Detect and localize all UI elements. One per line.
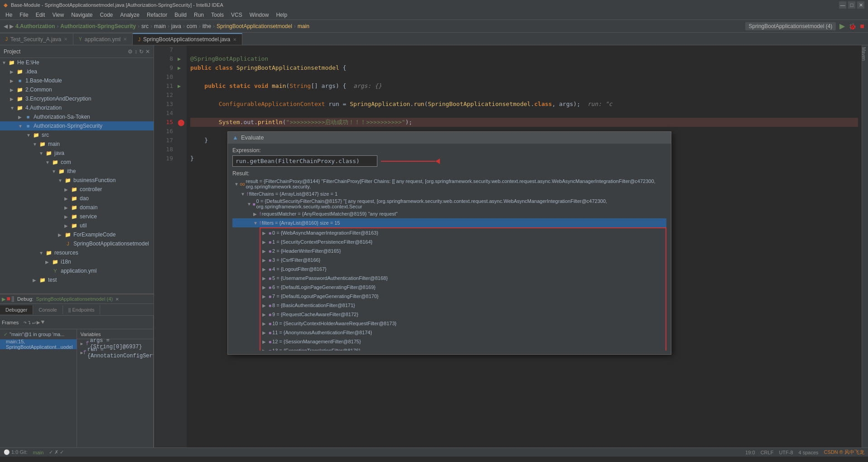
- tree-resources[interactable]: ▼ 📁 resources: [0, 248, 154, 257]
- debug-close-btn[interactable]: ✕: [116, 296, 119, 303]
- menu-view[interactable]: View: [48, 11, 68, 19]
- toolbar-stop[interactable]: ■: [860, 22, 864, 30]
- debug-stop-icon[interactable]: ■: [6, 295, 10, 303]
- nav-forward[interactable]: ▶: [10, 23, 14, 29]
- result-root[interactable]: ▼ oo result = {FilterChainProxy@8144} "F…: [232, 178, 666, 189]
- menu-refactor[interactable]: Refactor: [143, 11, 171, 19]
- menu-vcs[interactable]: VCS: [227, 11, 246, 19]
- nav-src[interactable]: src: [141, 23, 149, 29]
- menu-analyze[interactable]: Analyze: [116, 11, 143, 19]
- tree-spring-security[interactable]: ▼ ■ Authorization-SpringSecurity: [0, 121, 154, 130]
- result-filters-header[interactable]: ▼ f filters = {ArrayList@8160} size = 15: [232, 218, 666, 227]
- tab-main-close[interactable]: ✕: [233, 37, 236, 42]
- tree-business[interactable]: ▼ 📁 businessFunction: [0, 176, 154, 185]
- tree-base-module[interactable]: ▶ ■ 1.Base-Module: [0, 76, 154, 85]
- debug-step-over[interactable]: ↷: [23, 319, 27, 326]
- maximize-button[interactable]: □: [848, 1, 855, 9]
- tree-main[interactable]: ▼ 📁 main: [0, 140, 154, 149]
- code-area[interactable]: @SpringBootApplication public class Spri…: [187, 45, 862, 448]
- maven-tab[interactable]: Maven: [862, 45, 868, 63]
- nav-com[interactable]: com: [187, 23, 197, 29]
- nav-main[interactable]: main: [154, 23, 166, 29]
- filter-3[interactable]: ▶ ■ 3 = {CsrfFilter@8166}: [260, 255, 665, 265]
- nav-authorization[interactable]: 4.Authorization: [15, 23, 55, 29]
- filter-6[interactable]: ▶ ■ 6 = {DefaultLoginPageGeneratingFilte…: [260, 283, 665, 292]
- frame-main-group[interactable]: ✓ "main"@1 in group 'ma...: [0, 329, 77, 339]
- debug-button[interactable]: 🐞: [849, 23, 856, 30]
- tree-i18n[interactable]: ▶ 📁 i18n: [0, 257, 154, 266]
- sidebar-expand-icon[interactable]: ↕: [135, 48, 137, 55]
- frame-main-15[interactable]: main:15, SpringBootApplicationt...uodel: [0, 339, 77, 349]
- tree-authorization[interactable]: ▼ 📁 4.Authorization: [0, 103, 154, 112]
- debug-tab-debugger[interactable]: Debugger: [0, 305, 33, 314]
- tab-test-security[interactable]: J Test_Security_A.java ✕: [0, 33, 73, 45]
- tab-yml-close[interactable]: ✕: [123, 37, 127, 42]
- filter-11[interactable]: ▶ ■ 11 = {AnonymousAuthenticationFilter@…: [260, 328, 665, 337]
- menu-he[interactable]: He: [2, 11, 16, 19]
- sidebar-collapse-icon[interactable]: ↻: [139, 48, 144, 55]
- filter-10[interactable]: ▶ ■ 10 = {SecurityContextHolderAwareRequ…: [260, 319, 665, 328]
- tree-sa-token[interactable]: ▶ ■ Authorization-Sa-Token: [0, 112, 154, 121]
- sidebar-close-icon[interactable]: ✕: [145, 48, 150, 55]
- debug-pause-icon[interactable]: ‖: [11, 296, 14, 303]
- menu-window[interactable]: Window: [246, 11, 273, 19]
- tree-forexample[interactable]: ▶ 📁 ForExampleCode: [0, 230, 154, 239]
- tree-encryption[interactable]: ▶ 📁 3.EncryptionAndDecryption: [0, 94, 154, 103]
- tree-domain[interactable]: ▶ 📁 domain: [0, 203, 154, 212]
- tree-java[interactable]: ▼ 📁 java: [0, 149, 154, 158]
- nav-method[interactable]: main: [298, 23, 309, 29]
- run-gutter-8[interactable]: ▶: [178, 56, 181, 63]
- run-button[interactable]: ▶: [839, 22, 845, 30]
- tree-test[interactable]: ▶ 📁 test: [0, 275, 154, 284]
- tree-root[interactable]: ▼ 📁 He E:\He: [0, 58, 154, 67]
- menu-navigate[interactable]: Navigate: [68, 11, 96, 19]
- debug-step-out[interactable]: ↵: [32, 319, 36, 326]
- menu-run[interactable]: Run: [190, 11, 207, 19]
- menu-edit[interactable]: Edit: [32, 11, 49, 19]
- nav-java[interactable]: java: [171, 23, 181, 29]
- menu-code[interactable]: Code: [96, 11, 117, 19]
- filter-12[interactable]: ▶ ■ 12 = {SessionManagementFilter@8175}: [260, 337, 665, 346]
- tree-common[interactable]: ▶ 📁 2.Common: [0, 85, 154, 94]
- filter-13[interactable]: ▶ ■ 13 = {ExceptionTranslationFilter@817…: [260, 346, 665, 351]
- menu-help[interactable]: Help: [272, 11, 291, 19]
- var-run[interactable]: ▶ f run = {AnnotationConfigServletWebSer…: [77, 348, 154, 357]
- result-el0[interactable]: ▼ ■ 0 = {DefaultSecurityFilterChain@8157…: [232, 198, 666, 209]
- tab-test-security-close[interactable]: ✕: [64, 37, 68, 42]
- tree-util[interactable]: ▶ 📁 util: [0, 221, 154, 230]
- filter-7[interactable]: ▶ ■ 7 = {DefaultLogoutPageGeneratingFilt…: [260, 292, 665, 301]
- debug-tab-endpoints[interactable]: || Endpoints: [63, 305, 101, 314]
- tree-dao[interactable]: ▶ 📁 dao: [0, 194, 154, 203]
- filter-0[interactable]: ▶ ■ 0 = {WebAsyncManagerIntegrationFilte…: [260, 228, 665, 237]
- tree-springbootapp[interactable]: J SpringBootApplicationsetmodel: [0, 239, 154, 248]
- nav-back[interactable]: ◀: [4, 23, 8, 29]
- nav-ithe[interactable]: ithe: [203, 23, 211, 29]
- tree-yml[interactable]: Y application.yml: [0, 266, 154, 275]
- debug-tab-console[interactable]: Console: [33, 305, 63, 314]
- sidebar-gear-icon[interactable]: ⚙: [128, 48, 133, 55]
- run-gutter-9[interactable]: ▶: [178, 65, 181, 72]
- debug-evaluate[interactable]: ▼: [41, 319, 45, 326]
- nav-class[interactable]: SpringBootApplicationsetmodel: [217, 23, 292, 29]
- close-button[interactable]: ✕: [857, 1, 864, 9]
- tree-com[interactable]: ▼ 📁 com: [0, 158, 154, 167]
- filter-9[interactable]: ▶ ■ 9 = {RequestCacheAwareFilter@8172}: [260, 310, 665, 319]
- filter-1[interactable]: ▶ ■ 1 = {SecurityContextPersistenceFilte…: [260, 237, 665, 246]
- tree-src[interactable]: ▼ 📁 src: [0, 130, 154, 140]
- breakpoint-15[interactable]: ⬤: [178, 119, 185, 126]
- tab-springboot-main[interactable]: J SpringBootApplicationsetmodel.java ✕: [133, 33, 242, 45]
- expression-input[interactable]: [232, 155, 377, 167]
- tree-ithe[interactable]: ▼ 📁 ithe: [0, 167, 154, 176]
- tree-controller[interactable]: ▶ 📁 controller: [0, 185, 154, 194]
- run-config[interactable]: SpringBootApplicationsetmodel (4): [745, 22, 836, 30]
- debug-run-icon[interactable]: ▶: [2, 295, 5, 303]
- run-gutter-11[interactable]: ▶: [178, 83, 181, 90]
- filter-8[interactable]: ▶ ■ 8 = {BasicAuthenticationFilter@8171}: [260, 301, 665, 310]
- minimize-button[interactable]: —: [839, 1, 846, 9]
- result-reqmatch[interactable]: ▶ f requestMatcher = {AnyRequestMatcher@…: [232, 209, 666, 218]
- filter-5[interactable]: ▶ ■ 5 = {UsernamePasswordAuthenticationF…: [260, 274, 665, 283]
- menu-tools[interactable]: Tools: [207, 11, 227, 19]
- menu-build[interactable]: Build: [171, 11, 190, 19]
- nav-springsecurity[interactable]: Authorization-SpringSecurity: [60, 23, 136, 29]
- result-filterchains[interactable]: ▼ f filterChains = {ArrayList@8147} size…: [232, 189, 666, 198]
